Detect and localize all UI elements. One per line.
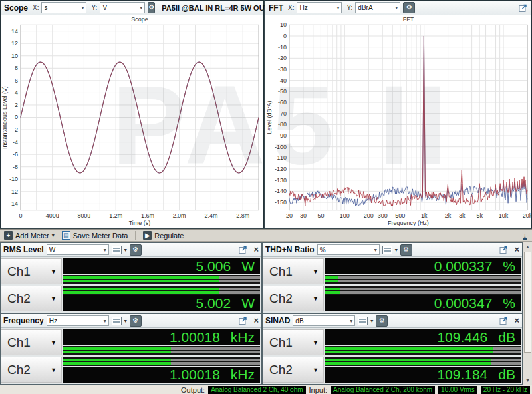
meters-scrollbar[interactable]: ▲ ▼ xyxy=(523,242,532,385)
svg-text:10: 10 xyxy=(11,53,18,59)
close-icon[interactable]: × xyxy=(514,317,519,325)
meter-channel-row: Ch1 ▼ 5.006 W xyxy=(1,258,260,284)
channel-label[interactable]: Ch1 ▼ xyxy=(263,258,324,284)
output-config-chip[interactable]: Analog Balanced 2 Ch, 40 ohm xyxy=(208,386,305,394)
close-icon[interactable]: × xyxy=(514,246,519,254)
svg-text:50: 50 xyxy=(317,212,324,219)
bar-fill xyxy=(63,291,219,294)
bar-fill xyxy=(63,359,171,361)
toolbar-separator xyxy=(135,231,136,240)
channel-value-display: 109.446 dB xyxy=(325,329,521,345)
export-icon[interactable] xyxy=(239,245,248,254)
svg-text:6: 6 xyxy=(15,77,18,84)
channel-value: 109.446 xyxy=(437,329,487,345)
meter-display-icon[interactable] xyxy=(382,246,392,254)
scope-x-unit-select[interactable]: s▾ xyxy=(41,2,86,13)
chevron-down-icon: ▼ xyxy=(313,339,319,346)
svg-text:-12: -12 xyxy=(9,188,18,195)
scroll-down-icon[interactable]: ▼ xyxy=(523,376,532,385)
save-icon: ▤ xyxy=(62,231,70,240)
channel-display: 0.000347 % xyxy=(325,286,521,311)
export-icon[interactable] xyxy=(239,316,248,325)
meter-unit-select[interactable]: W▾ xyxy=(47,244,109,255)
svg-text:0: 0 xyxy=(19,212,22,219)
fft-plot: FFT100-10-20-30-40-50-60-70-80-90-100-11… xyxy=(265,15,531,229)
close-icon[interactable]: × xyxy=(253,246,259,254)
regulate-button[interactable]: ▶ Regulate xyxy=(142,231,185,240)
input-config-chip[interactable]: Analog Balanced 2 Ch, 200 kohm xyxy=(331,386,435,394)
channel-label[interactable]: Ch2 ▼ xyxy=(263,357,324,383)
channel-label[interactable]: Ch2 ▼ xyxy=(1,286,62,311)
fft-x-unit-select[interactable]: Hz▾ xyxy=(297,2,342,13)
channel-label[interactable]: Ch2 ▼ xyxy=(263,286,324,311)
svg-text:5k: 5k xyxy=(476,212,483,219)
close-icon[interactable]: × xyxy=(253,317,259,325)
channel-label[interactable]: Ch1 ▼ xyxy=(263,329,324,355)
svg-text:-80: -80 xyxy=(278,121,287,128)
svg-text:300: 300 xyxy=(378,212,388,219)
export-icon[interactable] xyxy=(519,3,528,13)
input-level-chip[interactable]: 10.00 Vrms xyxy=(438,386,477,394)
save-meter-data-button[interactable]: ▤ Save Meter Data xyxy=(61,231,130,240)
chevron-down-icon: ▼ xyxy=(51,296,57,302)
svg-text:0: 0 xyxy=(15,114,18,121)
meter-unit-value: Hz xyxy=(49,317,57,325)
channel-bar-meter xyxy=(63,357,260,366)
svg-text:2.0m: 2.0m xyxy=(173,212,186,219)
apx500-window: Scope X: s▾ Y: V▾ ⚙ PA5II @BAL IN RL=4R … xyxy=(0,0,532,394)
meter-channel-row: Ch2 ▼ 0.000347 % xyxy=(263,286,521,311)
gear-icon[interactable]: ⚙ xyxy=(130,315,142,327)
dock-pin-icon[interactable]: ↓ xyxy=(523,232,527,240)
channel-unit: dB xyxy=(498,329,515,345)
channel-name: Ch2 xyxy=(269,363,293,377)
svg-text:-50: -50 xyxy=(278,88,287,95)
meter-title: RMS Level xyxy=(3,245,44,254)
fft-y-axis-label: Y: xyxy=(346,4,352,11)
channel-value: 5.002 xyxy=(196,296,231,311)
channel-value-display: 0.000347 % xyxy=(325,296,521,311)
fft-y-unit-select[interactable]: dBrA▾ xyxy=(355,2,400,13)
channel-label[interactable]: Ch1 ▼ xyxy=(1,258,62,284)
input-bandwidth-chip[interactable]: 20 Hz - 20 kHz xyxy=(481,386,530,394)
bar-fill xyxy=(325,359,491,361)
meter-toolbar: + Add Meter ▾ ▤ Save Meter Data ▶ Regula… xyxy=(0,229,532,242)
svg-text:-14: -14 xyxy=(9,200,18,207)
export-icon[interactable] xyxy=(499,316,509,325)
svg-text:3k: 3k xyxy=(459,212,466,219)
meter-unit-select[interactable]: %▾ xyxy=(317,244,380,255)
scope-y-unit-select[interactable]: V▾ xyxy=(100,2,145,13)
svg-text:Instantaneous Level (V): Instantaneous Level (V) xyxy=(1,86,8,149)
scrollbar-thumb[interactable] xyxy=(524,252,531,353)
gear-icon[interactable]: ⚙ xyxy=(130,244,142,256)
channel-bar-meter xyxy=(325,357,521,366)
channel-value: 0.000337 xyxy=(434,258,493,274)
svg-text:-150: -150 xyxy=(275,199,287,206)
add-meter-button[interactable]: + Add Meter ▾ xyxy=(3,231,56,240)
fft-panel-title: FFT xyxy=(269,3,283,13)
svg-text:-6: -6 xyxy=(13,151,18,158)
meter-unit-select[interactable]: dB▾ xyxy=(293,315,355,326)
scope-plot: Scope14121086420-2-4-6-8-10-12-140400u80… xyxy=(1,15,263,229)
channel-label[interactable]: Ch2 ▼ xyxy=(1,357,62,383)
meter-display-icon[interactable] xyxy=(112,246,122,254)
meter-display-icon[interactable] xyxy=(112,317,122,325)
svg-text:-130: -130 xyxy=(275,177,287,184)
gear-icon[interactable]: ⚙ xyxy=(148,2,155,13)
gear-icon[interactable]: ⚙ xyxy=(403,2,415,13)
meter-unit-value: dB xyxy=(295,317,303,325)
meter-display-icon[interactable] xyxy=(358,317,368,325)
gear-icon[interactable]: ⚙ xyxy=(376,315,388,327)
channel-label[interactable]: Ch1 ▼ xyxy=(1,329,62,355)
scope-y-axis-label: Y: xyxy=(91,4,97,11)
meter-body: Ch1 ▼ 109.446 dB Ch2 ▼ 10 xyxy=(263,328,522,384)
meter-unit-select[interactable]: Hz▾ xyxy=(47,315,109,326)
scroll-up-icon[interactable]: ▲ xyxy=(523,242,532,251)
chevron-down-icon: ▼ xyxy=(313,268,319,275)
gear-icon[interactable]: ⚙ xyxy=(400,244,412,256)
export-icon[interactable] xyxy=(499,245,509,254)
svg-text:Level (dBrA): Level (dBrA) xyxy=(266,101,273,134)
chevron-down-icon: ▾ xyxy=(370,318,373,324)
channel-display: 109.184 dB xyxy=(325,357,521,383)
chevron-down-icon: ▾ xyxy=(140,5,142,11)
chevron-down-icon: ▼ xyxy=(51,339,57,346)
